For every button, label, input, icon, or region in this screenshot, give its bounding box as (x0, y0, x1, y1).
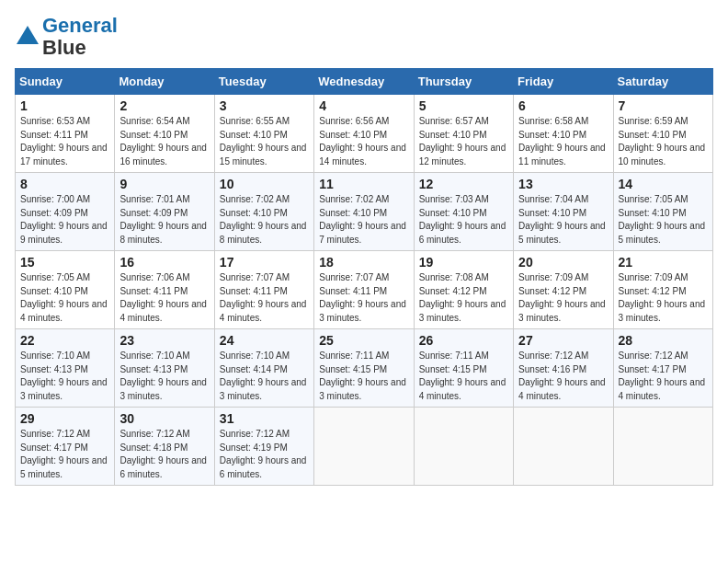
calendar-cell (414, 408, 513, 486)
logo-icon (15, 24, 40, 50)
svg-marker-0 (17, 26, 39, 44)
calendar-cell: 2Sunrise: 6:54 AMSunset: 4:10 PMDaylight… (115, 95, 214, 173)
calendar-cell: 12Sunrise: 7:03 AMSunset: 4:10 PMDayligh… (414, 173, 513, 251)
weekday-header-thursday: Thursday (414, 69, 513, 95)
calendar-cell: 23Sunrise: 7:10 AMSunset: 4:13 PMDayligh… (115, 329, 214, 408)
calendar-cell: 18Sunrise: 7:07 AMSunset: 4:11 PMDayligh… (314, 251, 414, 329)
day-number: 11 (319, 177, 408, 191)
weekday-header-monday: Monday (115, 69, 214, 95)
day-number: 19 (419, 255, 508, 270)
calendar-cell: 21Sunrise: 7:09 AMSunset: 4:12 PMDayligh… (613, 251, 712, 329)
day-number: 20 (518, 255, 608, 270)
day-number: 12 (419, 177, 508, 191)
day-info: Sunrise: 7:11 AMSunset: 4:15 PMDaylight:… (419, 350, 508, 403)
day-info: Sunrise: 7:12 AMSunset: 4:17 PMDaylight:… (619, 350, 708, 403)
day-number: 25 (319, 333, 408, 348)
day-info: Sunrise: 6:58 AMSunset: 4:10 PMDaylight:… (518, 115, 608, 168)
day-info: Sunrise: 7:09 AMSunset: 4:12 PMDaylight:… (619, 271, 708, 325)
calendar-cell: 4Sunrise: 6:56 AMSunset: 4:10 PMDaylight… (314, 95, 414, 173)
calendar-cell: 25Sunrise: 7:11 AMSunset: 4:15 PMDayligh… (314, 329, 414, 408)
day-info: Sunrise: 7:04 AMSunset: 4:10 PMDaylight:… (518, 193, 608, 247)
day-number: 31 (220, 411, 309, 426)
calendar-cell: 15Sunrise: 7:05 AMSunset: 4:10 PMDayligh… (16, 251, 115, 329)
day-info: Sunrise: 7:09 AMSunset: 4:12 PMDaylight:… (518, 271, 608, 325)
calendar-week-2: 8Sunrise: 7:00 AMSunset: 4:09 PMDaylight… (16, 173, 713, 251)
calendar-cell: 5Sunrise: 6:57 AMSunset: 4:10 PMDaylight… (414, 95, 513, 173)
day-number: 8 (20, 177, 109, 191)
calendar-cell (514, 408, 613, 486)
calendar-cell (613, 408, 712, 486)
day-info: Sunrise: 7:03 AMSunset: 4:10 PMDaylight:… (419, 193, 508, 247)
day-info: Sunrise: 7:11 AMSunset: 4:15 PMDaylight:… (319, 350, 408, 403)
calendar-cell: 10Sunrise: 7:02 AMSunset: 4:10 PMDayligh… (214, 173, 313, 251)
calendar-cell: 19Sunrise: 7:08 AMSunset: 4:12 PMDayligh… (414, 251, 513, 329)
day-number: 6 (518, 98, 608, 113)
day-info: Sunrise: 7:07 AMSunset: 4:11 PMDaylight:… (319, 271, 408, 325)
day-info: Sunrise: 7:07 AMSunset: 4:11 PMDaylight:… (220, 271, 309, 325)
day-info: Sunrise: 6:57 AMSunset: 4:10 PMDaylight:… (419, 115, 508, 168)
calendar-cell: 31Sunrise: 7:12 AMSunset: 4:19 PMDayligh… (214, 408, 313, 486)
weekday-header-sunday: Sunday (16, 69, 115, 95)
day-number: 1 (20, 98, 109, 113)
day-info: Sunrise: 7:10 AMSunset: 4:13 PMDaylight:… (119, 350, 209, 403)
day-info: Sunrise: 7:12 AMSunset: 4:17 PMDaylight:… (20, 428, 109, 481)
calendar-week-1: 1Sunrise: 6:53 AMSunset: 4:11 PMDaylight… (16, 95, 713, 173)
day-info: Sunrise: 6:59 AMSunset: 4:10 PMDaylight:… (619, 115, 708, 168)
day-number: 18 (319, 255, 408, 270)
page-header: GeneralBlue (15, 15, 713, 59)
day-number: 28 (619, 333, 708, 348)
calendar-cell: 6Sunrise: 6:58 AMSunset: 4:10 PMDaylight… (514, 95, 613, 173)
calendar-cell: 20Sunrise: 7:09 AMSunset: 4:12 PMDayligh… (514, 251, 613, 329)
calendar-week-3: 15Sunrise: 7:05 AMSunset: 4:10 PMDayligh… (16, 251, 713, 329)
day-number: 2 (119, 98, 209, 113)
day-number: 3 (220, 98, 309, 113)
calendar-cell: 24Sunrise: 7:10 AMSunset: 4:14 PMDayligh… (214, 329, 313, 408)
calendar-cell: 8Sunrise: 7:00 AMSunset: 4:09 PMDaylight… (16, 173, 115, 251)
calendar-cell: 27Sunrise: 7:12 AMSunset: 4:16 PMDayligh… (514, 329, 613, 408)
calendar-cell: 9Sunrise: 7:01 AMSunset: 4:09 PMDaylight… (115, 173, 214, 251)
calendar-cell: 30Sunrise: 7:12 AMSunset: 4:18 PMDayligh… (115, 408, 214, 486)
day-info: Sunrise: 7:05 AMSunset: 4:10 PMDaylight:… (619, 193, 708, 247)
day-number: 5 (419, 98, 508, 113)
calendar-cell: 22Sunrise: 7:10 AMSunset: 4:13 PMDayligh… (16, 329, 115, 408)
day-number: 27 (518, 333, 608, 348)
calendar-week-4: 22Sunrise: 7:10 AMSunset: 4:13 PMDayligh… (16, 329, 713, 408)
calendar-cell: 7Sunrise: 6:59 AMSunset: 4:10 PMDaylight… (613, 95, 712, 173)
day-number: 16 (119, 255, 209, 270)
logo-text: GeneralBlue (42, 15, 118, 59)
day-info: Sunrise: 7:02 AMSunset: 4:10 PMDaylight:… (319, 193, 408, 247)
day-number: 10 (220, 177, 309, 191)
day-info: Sunrise: 7:12 AMSunset: 4:18 PMDaylight:… (119, 428, 209, 481)
calendar-cell: 11Sunrise: 7:02 AMSunset: 4:10 PMDayligh… (314, 173, 414, 251)
day-info: Sunrise: 7:00 AMSunset: 4:09 PMDaylight:… (20, 193, 109, 247)
day-info: Sunrise: 7:01 AMSunset: 4:09 PMDaylight:… (119, 193, 209, 247)
calendar-cell: 26Sunrise: 7:11 AMSunset: 4:15 PMDayligh… (414, 329, 513, 408)
day-info: Sunrise: 7:12 AMSunset: 4:16 PMDaylight:… (518, 350, 608, 403)
calendar-cell: 17Sunrise: 7:07 AMSunset: 4:11 PMDayligh… (214, 251, 313, 329)
logo: GeneralBlue (15, 15, 118, 59)
day-info: Sunrise: 7:08 AMSunset: 4:12 PMDaylight:… (419, 271, 508, 325)
calendar-week-5: 29Sunrise: 7:12 AMSunset: 4:17 PMDayligh… (16, 408, 713, 486)
day-number: 13 (518, 177, 608, 191)
calendar-cell (314, 408, 414, 486)
day-info: Sunrise: 7:12 AMSunset: 4:19 PMDaylight:… (220, 428, 309, 481)
day-number: 23 (119, 333, 209, 348)
day-number: 9 (119, 177, 209, 191)
day-number: 22 (20, 333, 109, 348)
day-number: 14 (619, 177, 708, 191)
calendar-cell: 16Sunrise: 7:06 AMSunset: 4:11 PMDayligh… (115, 251, 214, 329)
weekday-header-wednesday: Wednesday (314, 69, 414, 95)
calendar-cell: 3Sunrise: 6:55 AMSunset: 4:10 PMDaylight… (214, 95, 313, 173)
day-number: 29 (20, 411, 109, 426)
day-info: Sunrise: 7:10 AMSunset: 4:13 PMDaylight:… (20, 350, 109, 403)
day-number: 4 (319, 98, 408, 113)
calendar-cell: 28Sunrise: 7:12 AMSunset: 4:17 PMDayligh… (613, 329, 712, 408)
calendar-table: SundayMondayTuesdayWednesdayThursdayFrid… (15, 68, 713, 486)
calendar-cell: 29Sunrise: 7:12 AMSunset: 4:17 PMDayligh… (16, 408, 115, 486)
calendar-cell: 14Sunrise: 7:05 AMSunset: 4:10 PMDayligh… (613, 173, 712, 251)
day-info: Sunrise: 7:06 AMSunset: 4:11 PMDaylight:… (119, 271, 209, 325)
day-info: Sunrise: 6:54 AMSunset: 4:10 PMDaylight:… (119, 115, 209, 168)
day-number: 15 (20, 255, 109, 270)
calendar-cell: 13Sunrise: 7:04 AMSunset: 4:10 PMDayligh… (514, 173, 613, 251)
day-number: 21 (619, 255, 708, 270)
